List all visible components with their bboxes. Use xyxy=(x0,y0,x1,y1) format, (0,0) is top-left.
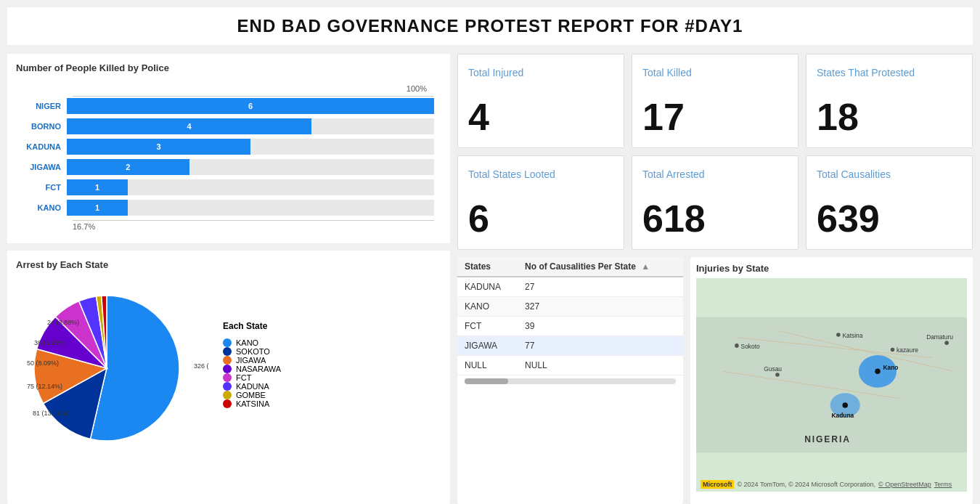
table-cell-value: 27 xyxy=(518,277,683,297)
stat-label-arrested: Total Arrested xyxy=(642,168,788,181)
stat-label-causalities: Total Causalities xyxy=(817,168,962,181)
bar-value: 1 xyxy=(95,203,99,212)
stats-row-2: Total States Looted 6 Total Arrested 618… xyxy=(457,155,973,250)
pie-section: 326 (52.75%)81 (13.11%)75 (12.14%)50 (8.… xyxy=(16,277,441,452)
stat-label-looted: Total States Looted xyxy=(468,168,613,181)
right-panel: Total Injured 4 Total Killed 17 States T… xyxy=(457,54,973,504)
legend-dot xyxy=(223,391,232,399)
pie-label: 50 (8.09%) xyxy=(27,359,59,367)
svg-text:Kaduna: Kaduna xyxy=(831,412,854,419)
map-footer-text: © 2024 TomTom, © 2024 Microsoft Corporat… xyxy=(737,481,875,488)
casualties-table-card: States No of Causalities Per State ▲ KAD… xyxy=(457,257,683,504)
bar-chart-divider-top xyxy=(73,96,434,97)
pie-chart-svg: 326 (52.75%)81 (13.11%)75 (12.14%)50 (8.… xyxy=(20,281,208,448)
legend-dot xyxy=(223,399,232,408)
pie-legend: Each State KANO SOKOTO JIGAWA NASARAWA F… xyxy=(223,321,281,408)
legend-item: NASARAWA xyxy=(223,365,281,373)
table-scroll-thumb xyxy=(465,378,508,384)
table-cell-state: FCT xyxy=(457,317,518,336)
map-terms-link[interactable]: Terms xyxy=(934,481,952,488)
svg-text:Damaturu: Damaturu xyxy=(926,333,953,341)
bar-chart-title: Number of People Killed by Police xyxy=(16,62,441,73)
svg-point-10 xyxy=(891,348,895,352)
stat-value-protested: 18 xyxy=(817,98,962,136)
bottom-right: States No of Causalities Per State ▲ KAD… xyxy=(457,257,973,504)
bar-track: 3 xyxy=(67,139,434,155)
stat-card-arrested: Total Arrested 618 xyxy=(632,155,799,250)
map-svg: Sokoto Katsina kazaure Damaturu Gusau Ka… xyxy=(696,278,967,492)
bar-track: 1 xyxy=(67,179,434,195)
legend-label: NASARAWA xyxy=(236,365,281,373)
table-cell-state: KADUNA xyxy=(457,277,518,297)
stat-card-looted: Total States Looted 6 xyxy=(457,155,624,250)
bar-chart-card: Number of People Killed by Police 100% N… xyxy=(7,54,450,243)
pie-chart-title: Arrest by Each State xyxy=(16,259,441,270)
legend-item: KANO xyxy=(223,338,281,347)
bar-label: JIGAWA xyxy=(23,163,67,171)
bar-chart-bottom-label: 16.7% xyxy=(73,222,434,231)
sort-arrow: ▲ xyxy=(641,261,650,272)
stat-card-protested: States That Protested 18 xyxy=(806,54,973,148)
stat-card-killed: Total Killed 17 xyxy=(632,54,799,148)
legend-item: KATSINA xyxy=(223,399,281,408)
col-states[interactable]: States xyxy=(457,257,518,277)
legend-dot xyxy=(223,382,232,391)
svg-text:Sokoto: Sokoto xyxy=(740,343,759,350)
legend-dot xyxy=(223,347,232,356)
bar-fill: 1 xyxy=(67,179,128,195)
bar-fill: 3 xyxy=(67,139,250,155)
pie-label: 24 (3.88%) xyxy=(47,319,79,326)
table-cell-state: KANO xyxy=(457,297,518,317)
svg-point-18 xyxy=(842,402,847,407)
pie-legend-title: Each State xyxy=(223,321,281,331)
bar-fill: 4 xyxy=(67,118,311,134)
legend-dot xyxy=(223,365,232,373)
svg-text:NIGERIA: NIGERIA xyxy=(804,434,851,444)
stat-card-injured: Total Injured 4 xyxy=(457,54,624,148)
pie-legend-items: KANO SOKOTO JIGAWA NASARAWA FCT KADUNA G… xyxy=(223,338,281,408)
table-row: FCT 39 xyxy=(457,317,683,336)
bar-value: 4 xyxy=(187,122,192,131)
bar-label: KANO xyxy=(23,203,67,212)
pie-label: 38 (6.15%) xyxy=(34,339,66,346)
table-cell-value: 327 xyxy=(518,297,683,317)
legend-label: JIGAWA xyxy=(236,356,266,365)
map-footer-brand: Microsoft xyxy=(701,480,735,489)
bar-chart-container: 100% NIGER 6 BORNO 4 KADUNA 3 xyxy=(16,81,441,235)
stat-label-killed: Total Killed xyxy=(642,66,788,79)
svg-text:kazaure: kazaure xyxy=(897,346,918,354)
bar-chart-divider-bottom xyxy=(73,220,434,221)
bar-fill: 2 xyxy=(67,159,189,175)
table-cell-state: NULL xyxy=(457,356,518,375)
pie-label: 75 (12.14%) xyxy=(27,383,62,390)
map-openstreetmap-link[interactable]: © OpenStreetMap xyxy=(878,481,931,488)
stat-value-causalities: 639 xyxy=(817,200,962,237)
table-cell-state: JIGAWA xyxy=(457,336,518,356)
bar-row: JIGAWA 2 xyxy=(23,159,434,175)
page-container: END BAD GOVERNANCE PROTEST REPORT FOR #D… xyxy=(0,0,980,504)
legend-item: FCT xyxy=(223,373,281,382)
casualties-tbody: KADUNA 27 KANO 327 FCT 39 JIGAWA 77 NULL… xyxy=(457,277,683,375)
legend-dot xyxy=(223,356,232,365)
bar-row: KANO 1 xyxy=(23,200,434,216)
svg-point-16 xyxy=(875,369,880,374)
pie-chart-card: Arrest by Each State 326 (52.75%)81 (13.… xyxy=(7,251,450,504)
stat-value-looted: 6 xyxy=(468,200,613,237)
main-layout: Number of People Killed by Police 100% N… xyxy=(7,54,973,504)
legend-item: SOKOTO xyxy=(223,347,281,356)
legend-label: SOKOTO xyxy=(236,347,270,356)
map-area: Sokoto Katsina kazaure Damaturu Gusau Ka… xyxy=(696,278,967,492)
svg-text:Gusau: Gusau xyxy=(764,365,782,373)
col-causalities[interactable]: No of Causalities Per State ▲ xyxy=(518,257,683,277)
legend-label: KATSINA xyxy=(236,399,269,408)
pie-label: 326 (52.75%) xyxy=(194,362,208,370)
bar-track: 1 xyxy=(67,200,434,216)
table-scroll-bar[interactable] xyxy=(465,378,676,384)
legend-label: GOMBE xyxy=(236,391,266,399)
bar-value: 2 xyxy=(126,163,130,171)
bar-row: KADUNA 3 xyxy=(23,139,434,155)
legend-dot xyxy=(223,373,232,382)
bar-track: 6 xyxy=(67,98,434,114)
map-card: Injuries by State xyxy=(690,257,973,504)
bar-value: 1 xyxy=(95,183,99,192)
